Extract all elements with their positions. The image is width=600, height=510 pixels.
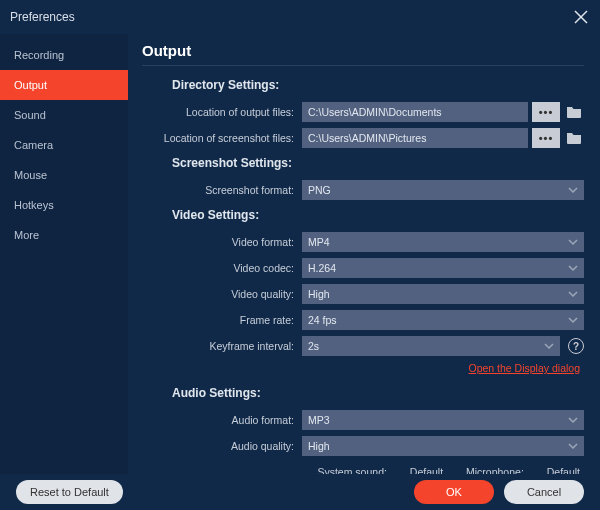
video-format-value: MP4 xyxy=(308,236,330,248)
video-codec-label: Video codec: xyxy=(142,262,302,274)
audio-format-value: MP3 xyxy=(308,414,330,426)
output-location-input[interactable] xyxy=(302,102,528,122)
video-quality-select[interactable]: High xyxy=(302,284,584,304)
folder-icon xyxy=(566,105,582,119)
keyframe-help-button[interactable]: ? xyxy=(568,338,584,354)
chevron-down-icon xyxy=(568,185,578,195)
display-dialog-link[interactable]: Open the Display dialog xyxy=(469,362,581,374)
output-browse-button[interactable]: ••• xyxy=(532,102,560,122)
content-panel: Output Directory Settings: Location of o… xyxy=(128,34,600,474)
ok-button[interactable]: OK xyxy=(414,480,494,504)
cancel-button[interactable]: Cancel xyxy=(504,480,584,504)
screenshot-format-select[interactable]: PNG xyxy=(302,180,584,200)
audio-format-select[interactable]: MP3 xyxy=(302,410,584,430)
system-sound-label: System sound: xyxy=(317,466,386,474)
window-title: Preferences xyxy=(10,10,75,24)
audio-quality-value: High xyxy=(308,440,330,452)
video-format-select[interactable]: MP4 xyxy=(302,232,584,252)
output-open-folder-button[interactable] xyxy=(564,102,584,122)
screenshot-browse-button[interactable]: ••• xyxy=(532,128,560,148)
close-button[interactable] xyxy=(570,6,592,28)
system-sound-value: Default xyxy=(410,466,443,474)
section-title-audio: Audio Settings: xyxy=(172,386,584,400)
section-title-screenshot: Screenshot Settings: xyxy=(172,156,584,170)
audio-quality-select[interactable]: High xyxy=(302,436,584,456)
screenshot-format-value: PNG xyxy=(308,184,331,196)
chevron-down-icon xyxy=(568,263,578,273)
help-icon: ? xyxy=(573,341,579,352)
framerate-select[interactable]: 24 fps xyxy=(302,310,584,330)
section-title-video: Video Settings: xyxy=(172,208,584,222)
audio-quality-label: Audio quality: xyxy=(142,440,302,452)
close-icon xyxy=(573,9,589,25)
audio-format-label: Audio format: xyxy=(142,414,302,426)
output-location-label: Location of output files: xyxy=(142,106,302,118)
chevron-down-icon xyxy=(568,237,578,247)
sidebar-item-hotkeys[interactable]: Hotkeys xyxy=(0,190,128,220)
microphone-label: Microphone: xyxy=(466,466,524,474)
footer: Reset to Default OK Cancel xyxy=(0,474,600,510)
chevron-down-icon xyxy=(568,315,578,325)
sidebar-item-more[interactable]: More xyxy=(0,220,128,250)
reset-button[interactable]: Reset to Default xyxy=(16,480,123,504)
section-title-directory: Directory Settings: xyxy=(172,78,584,92)
sidebar-item-camera[interactable]: Camera xyxy=(0,130,128,160)
microphone-value: Default xyxy=(547,466,580,474)
screenshot-location-label: Location of screenshot files: xyxy=(142,132,302,144)
screenshot-format-label: Screenshot format: xyxy=(142,184,302,196)
window-header: Preferences xyxy=(0,0,600,34)
page-title: Output xyxy=(142,42,584,66)
video-codec-value: H.264 xyxy=(308,262,336,274)
chevron-down-icon xyxy=(568,415,578,425)
keyframe-select[interactable]: 2s xyxy=(302,336,560,356)
chevron-down-icon xyxy=(544,341,554,351)
screenshot-location-input[interactable] xyxy=(302,128,528,148)
screenshot-open-folder-button[interactable] xyxy=(564,128,584,148)
video-quality-label: Video quality: xyxy=(142,288,302,300)
sidebar: Recording Output Sound Camera Mouse Hotk… xyxy=(0,34,128,474)
video-codec-select[interactable]: H.264 xyxy=(302,258,584,278)
video-format-label: Video format: xyxy=(142,236,302,248)
audio-info-row: System sound: Default Microphone: Defaul… xyxy=(142,466,584,474)
sidebar-item-mouse[interactable]: Mouse xyxy=(0,160,128,190)
sidebar-item-output[interactable]: Output xyxy=(0,70,128,100)
video-quality-value: High xyxy=(308,288,330,300)
sidebar-item-recording[interactable]: Recording xyxy=(0,40,128,70)
sidebar-item-sound[interactable]: Sound xyxy=(0,100,128,130)
chevron-down-icon xyxy=(568,289,578,299)
framerate-label: Frame rate: xyxy=(142,314,302,326)
keyframe-label: Keyframe interval: xyxy=(142,340,302,352)
framerate-value: 24 fps xyxy=(308,314,337,326)
chevron-down-icon xyxy=(568,441,578,451)
folder-icon xyxy=(566,131,582,145)
keyframe-value: 2s xyxy=(308,340,319,352)
